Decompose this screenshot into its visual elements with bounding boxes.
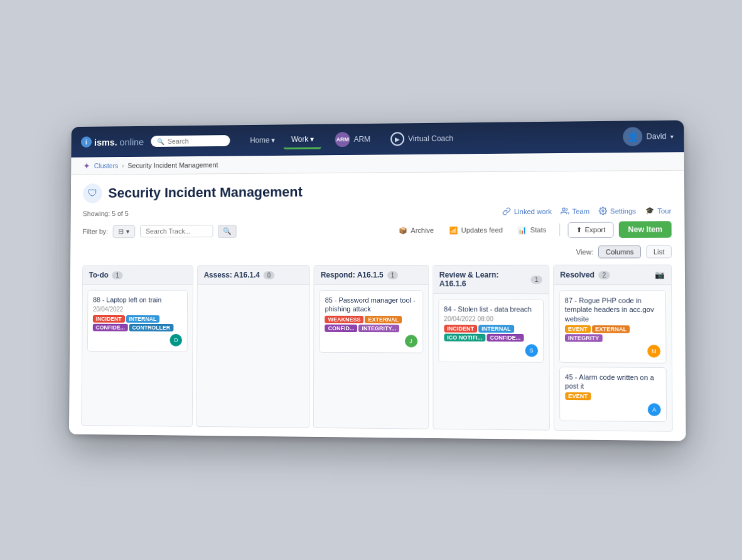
- archive-icon: 📦: [399, 226, 407, 234]
- updates-feed-button[interactable]: 📶 Updates feed: [444, 223, 508, 237]
- tag-event-87: EVENT: [565, 325, 591, 333]
- tag-confidential-84: CONFIDE...: [487, 334, 524, 342]
- card-87[interactable]: 87 - Rogue PHP code in template headers …: [559, 290, 666, 363]
- tag-incident: INCIDENT: [93, 315, 125, 323]
- card-88-title: 88 - Laptop left on train: [93, 295, 182, 304]
- tag-weakness: WEAKNESS: [325, 315, 364, 323]
- user-area[interactable]: 👤 David ▾: [623, 127, 674, 146]
- col-title-todo: To-do: [89, 271, 109, 279]
- column-respond: Respond: A16.1.5 1 85 - Password manager…: [313, 265, 429, 429]
- search-icon: 🔍: [157, 137, 164, 144]
- archive-button[interactable]: 📦 Archive: [394, 223, 439, 237]
- card-45[interactable]: 45 - Alarm code written on a post it EVE…: [559, 367, 667, 423]
- export-icon: ⬆: [576, 225, 581, 234]
- card-88-footer: D: [93, 333, 183, 346]
- tour-icon: 🎓: [645, 207, 655, 215]
- settings-button[interactable]: Settings: [599, 207, 637, 215]
- card-84-tags: INCIDENT INTERNAL ICO NOTIFI... CONFIDE.…: [444, 325, 538, 342]
- card-84-title: 84 - Stolen list - data breach: [444, 304, 538, 314]
- nav-virtual-coach[interactable]: ▶ Virtual Coach: [384, 129, 460, 148]
- link-icon: [503, 207, 511, 215]
- stats-button[interactable]: 📊 Stats: [513, 223, 551, 236]
- linked-work-button[interactable]: Linked work: [503, 207, 552, 215]
- nav-arm[interactable]: ARM ARM: [329, 129, 377, 149]
- col-body-resolved: 87 - Rogue PHP code in template headers …: [554, 285, 672, 431]
- col-header-todo: To-do 1: [83, 266, 193, 285]
- card-88-avatar: D: [170, 334, 183, 347]
- nav-home[interactable]: Home ▾: [242, 132, 282, 148]
- filter-label: Filter by:: [83, 227, 109, 235]
- feed-icon: 📶: [449, 226, 458, 234]
- svg-point-0: [562, 208, 565, 210]
- columns-view-button[interactable]: Columns: [598, 245, 641, 258]
- card-45-avatar: A: [648, 403, 661, 416]
- logo-isms: isms.: [94, 136, 117, 147]
- card-85-title: 85 - Password manager tool - phishing at…: [325, 296, 417, 314]
- col-count-assess: 0: [264, 271, 274, 279]
- col-body-assess: [197, 285, 309, 385]
- export-button[interactable]: ⬆ Export: [567, 222, 614, 238]
- filter-icon: ⊟: [118, 227, 124, 235]
- column-review: Review & Learn: A16.1.6 1 84 - Stolen li…: [433, 264, 550, 430]
- column-resolved: Resolved 2 📷 87 - Rogue PHP code in temp…: [553, 264, 673, 432]
- app-logo[interactable]: i isms.online: [81, 136, 144, 148]
- search-go-button[interactable]: 🔍: [218, 224, 236, 237]
- search-track-input[interactable]: [140, 225, 213, 237]
- user-name: David: [647, 132, 667, 141]
- team-icon: [561, 207, 569, 215]
- card-87-avatar: M: [647, 345, 660, 358]
- card-85-avatar: J: [405, 335, 417, 347]
- page-title: Security Incident Management: [108, 184, 303, 201]
- col-count-review: 1: [531, 275, 542, 283]
- toolbar-row: Showing: 5 of 5 Linked work Team Setting…: [83, 207, 672, 217]
- col-header-resolved: Resolved 2 📷: [554, 265, 671, 285]
- team-button[interactable]: Team: [561, 207, 589, 215]
- tag-confidential: CONFIDE...: [93, 324, 128, 331]
- col-body-todo: 88 - Laptop left on train 20/04/2022 INC…: [82, 285, 193, 384]
- breadcrumb-current: Security Incident Management: [127, 161, 218, 169]
- new-item-button[interactable]: New Item: [619, 221, 672, 238]
- card-84[interactable]: 84 - Stolen list - data breach 20/04/202…: [438, 299, 544, 363]
- column-assess: Assess: A16.1.4 0: [196, 265, 310, 428]
- col-header-review: Review & Learn: A16.1.6 1: [433, 265, 549, 294]
- page-icon: 🛡: [83, 183, 102, 203]
- kanban-board: To-do 1 88 - Laptop left on train 20/04/…: [81, 264, 672, 432]
- search-box[interactable]: 🔍: [151, 135, 230, 147]
- logo-online: online: [120, 136, 144, 147]
- col-count-respond: 1: [387, 271, 399, 279]
- card-85[interactable]: 85 - Password manager tool - phishing at…: [320, 290, 423, 353]
- tag-ico-84: ICO NOTIFI...: [444, 334, 485, 342]
- app-window: i isms.online 🔍 Home ▾ Work ▾ ARM ARM ▶: [69, 120, 686, 441]
- card-87-footer: M: [565, 344, 660, 357]
- view-toggle-row: View: Columns List: [82, 245, 672, 259]
- main-content: 🛡 Security Incident Management Showing: …: [69, 170, 686, 441]
- list-view-button[interactable]: List: [646, 245, 672, 258]
- top-navigation: i isms.online 🔍 Home ▾ Work ▾ ARM ARM ▶: [71, 120, 684, 157]
- card-85-tags: WEAKNESS EXTERNAL CONFID... INTEGRITY...: [325, 315, 417, 331]
- card-45-title: 45 - Alarm code written on a post it: [565, 372, 660, 391]
- col-title-resolved: Resolved: [560, 271, 594, 279]
- tag-internal: INTERNAL: [126, 315, 159, 323]
- breadcrumb-clusters[interactable]: Clusters: [94, 162, 119, 170]
- card-84-date: 20/04/2022 08:00: [444, 315, 538, 323]
- nav-work[interactable]: Work ▾: [284, 131, 321, 149]
- settings-icon: [599, 207, 607, 215]
- tour-button[interactable]: 🎓 Tour: [645, 207, 672, 215]
- card-88-tags: INCIDENT INTERNAL CONFIDE... CONTROLLER: [93, 315, 183, 331]
- card-84-avatar: S: [525, 344, 538, 357]
- card-45-tags: EVENT: [565, 392, 660, 401]
- user-dropdown-arrow: ▾: [670, 132, 674, 139]
- action-buttons: 📦 Archive 📶 Updates feed 📊 Stats ⬆ Expor…: [394, 221, 671, 239]
- filter-arrow: ▾: [126, 227, 130, 235]
- virtual-coach-icon: ▶: [390, 132, 404, 146]
- toolbar-divider: [559, 223, 560, 236]
- card-88[interactable]: 88 - Laptop left on train 20/04/2022 INC…: [87, 289, 188, 352]
- col-title-assess: Assess: A16.1.4: [204, 271, 260, 279]
- resolved-col-icon[interactable]: 📷: [655, 270, 665, 279]
- tag-external: EXTERNAL: [365, 315, 402, 323]
- card-87-title: 87 - Rogue PHP code in template headers …: [565, 296, 660, 323]
- filter-button[interactable]: ⊟ ▾: [113, 225, 136, 238]
- tag-controller: CONTROLLER: [129, 324, 173, 331]
- search-input[interactable]: [168, 137, 224, 145]
- card-88-date: 20/04/2022: [93, 306, 182, 313]
